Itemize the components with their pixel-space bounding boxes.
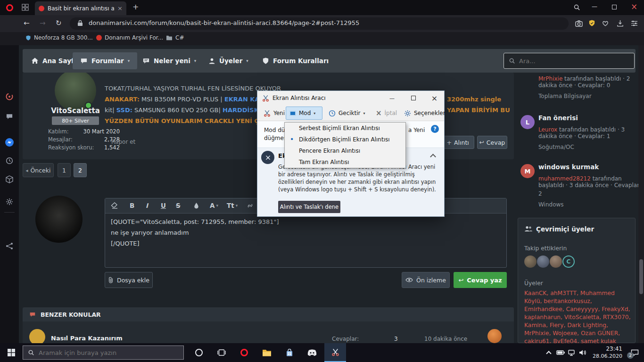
text-color-button[interactable]	[194, 202, 199, 209]
menu-item-rectangular-snip[interactable]: • Dikdörtgen Biçimli Ekran Alıntısı	[285, 134, 405, 145]
window-minimize-button[interactable]: —	[592, 3, 597, 10]
tray-chevron-up-icon[interactable]	[546, 351, 551, 356]
editor-text-area[interactable]: [QUOTE="VitoScaletta, post: 712955, memb…	[105, 214, 506, 267]
try-snip-sketch-button[interactable]: Alıntı ve Taslak'ı dene	[278, 201, 340, 213]
thread-title[interactable]: Nasıl Para Kazanırım	[51, 335, 123, 342]
underline-button[interactable]: U	[161, 202, 166, 209]
preview-button[interactable]: Ön izleme	[402, 272, 450, 288]
quote-button[interactable]: + Alıntı	[441, 136, 474, 149]
taskbar-store-button[interactable]	[279, 343, 300, 362]
pagination-prev-button[interactable]: ◂ Önceki	[23, 163, 54, 177]
snip-delay-button[interactable]: Geciktir ▾	[326, 107, 368, 120]
bookmark-heart-icon[interactable]	[602, 20, 609, 27]
site-lock-icon[interactable]	[77, 20, 83, 26]
nav-item-rules[interactable]: Forum Kuralları	[262, 49, 329, 73]
share-nodes-icon[interactable]	[6, 242, 13, 250]
window-close-button[interactable]: ×	[631, 2, 637, 11]
similar-thread-row[interactable]: Nasıl Para Kazanırım Cevaplar: 3 10 daki…	[23, 321, 514, 343]
members-list[interactable]: KaanCK, ahM3TTT, Muhammed Köylü, beritan…	[524, 289, 632, 343]
snip-minimize-button[interactable]: —	[381, 91, 403, 105]
menu-item-full-screen-snip[interactable]: Tam Ekran Alıntısı	[285, 156, 405, 168]
network-icon[interactable]	[568, 349, 575, 356]
new-tab-button[interactable]: +	[132, 2, 139, 11]
snip-maximize-button[interactable]	[403, 91, 424, 105]
thread-avatar[interactable]: L	[520, 115, 535, 129]
menu-item-free-form-snip[interactable]: Serbest Biçimli Ekran Alıntısı	[285, 123, 405, 134]
bookmark-item-neoforza[interactable]: Neoforza 8 GB 300...	[25, 34, 93, 41]
strikethrough-button[interactable]: S	[176, 202, 181, 209]
speed-dial-icon[interactable]	[5, 92, 14, 101]
collapse-chevron-icon[interactable]	[430, 154, 436, 160]
thread-author[interactable]: muhammed28212	[538, 175, 591, 182]
bold-button[interactable]: B	[130, 202, 134, 209]
thread-author[interactable]: Leurox	[538, 126, 557, 133]
tab-search-icon[interactable]	[573, 4, 580, 11]
post-text-link[interactable]: HARDDİSK:	[223, 107, 261, 114]
taskbar-explorer-button[interactable]	[256, 343, 277, 362]
battery-icon[interactable]	[556, 350, 565, 355]
pagination-page-2-current[interactable]: 2	[74, 163, 87, 177]
thread-category[interactable]: Windows	[538, 201, 564, 208]
thread-avatar[interactable]	[29, 329, 45, 343]
adblock-shield-icon[interactable]	[588, 19, 595, 27]
opera-menu-button[interactable]	[4, 2, 15, 13]
tray-clock[interactable]: 23:41 28.06.2020	[592, 346, 622, 360]
task-view-button[interactable]	[211, 343, 232, 362]
font-size-button[interactable]: Tt ▾	[227, 202, 238, 209]
remove-format-button[interactable]	[111, 202, 118, 209]
pagination-page-1[interactable]: 1	[58, 163, 71, 177]
workspace-icon[interactable]	[22, 4, 29, 11]
forward-button[interactable]: →	[40, 19, 46, 27]
taskbar-snipping-tool-button-active[interactable]	[324, 343, 346, 362]
taskbar-search-box[interactable]	[23, 346, 184, 360]
tab-close-icon[interactable]: ×	[117, 5, 123, 12]
snip-new-button[interactable]: Yeni	[261, 107, 287, 120]
bookmark-folder-csharp[interactable]: C#	[166, 34, 184, 41]
submit-reply-button[interactable]: ↩ Cevap yaz	[454, 272, 507, 288]
reply-button[interactable]: ↩ Cevap	[477, 136, 507, 149]
snip-options-button[interactable]: Seçenekler	[402, 107, 448, 120]
messenger-icon[interactable]	[5, 138, 14, 147]
follower-avatar-initial[interactable]: C	[562, 255, 575, 268]
menu-item-window-snip[interactable]: Pencere Ekran Alıntısı	[285, 145, 405, 156]
follower-avatar[interactable]	[537, 255, 549, 268]
taskbar-discord-button[interactable]	[302, 343, 322, 362]
nav-item-home[interactable]: Ana Sayfa	[31, 49, 78, 73]
settings-gear-icon[interactable]	[6, 198, 13, 206]
start-button[interactable]	[0, 343, 23, 362]
panels-settings-icon[interactable]	[631, 20, 638, 26]
report-link[interactable]: Rapor et	[111, 139, 135, 145]
snip-close-button[interactable]: ×	[424, 91, 445, 105]
nav-item-members[interactable]: Üyeler ▾	[208, 49, 248, 73]
cortana-button[interactable]	[189, 343, 209, 362]
forum-search-box[interactable]	[504, 53, 635, 69]
taskbar-opera-button[interactable]	[234, 343, 255, 362]
bookmark-item-donanim[interactable]: Donanım Arşivi For...	[96, 34, 163, 41]
extensions-box-icon[interactable]	[6, 175, 13, 183]
attach-file-button[interactable]: Dosya ekle	[105, 272, 153, 288]
sidebar-thread-title[interactable]: windows kurmak	[538, 163, 599, 171]
last-poster-avatar[interactable]	[487, 329, 502, 343]
follower-avatar[interactable]	[524, 255, 537, 268]
history-icon[interactable]	[6, 157, 13, 165]
volume-icon[interactable]	[579, 349, 586, 356]
insert-link-button[interactable]	[247, 202, 254, 209]
messages-icon[interactable]	[6, 113, 13, 120]
follower-avatar[interactable]	[550, 255, 562, 268]
nav-item-forums[interactable]: Forumlar ▾	[73, 52, 137, 69]
browser-tab[interactable]: Basit bir ekran alıntısı aracı ×	[35, 1, 126, 15]
post-text-link[interactable]: SSD:	[116, 107, 132, 114]
back-button[interactable]: ←	[24, 19, 30, 27]
thread-author[interactable]: MrPhixie	[538, 75, 562, 82]
nav-item-whats-new[interactable]: Neler yeni ▾	[142, 49, 196, 73]
taskbar-search-input[interactable]	[39, 349, 175, 356]
action-center-button[interactable]: 2	[625, 343, 644, 362]
reload-button[interactable]: ↻	[56, 19, 62, 27]
thread-category[interactable]: Soğutma/OC	[538, 144, 574, 150]
forum-search-input[interactable]	[519, 58, 623, 65]
snip-mode-button[interactable]: Mod ▾	[286, 107, 322, 120]
sidebar-thread-title[interactable]: Fan önerisi	[538, 114, 578, 122]
page-scrollbar[interactable]	[638, 45, 644, 343]
help-icon[interactable]: ?	[431, 125, 439, 133]
url-input[interactable]	[89, 19, 513, 26]
